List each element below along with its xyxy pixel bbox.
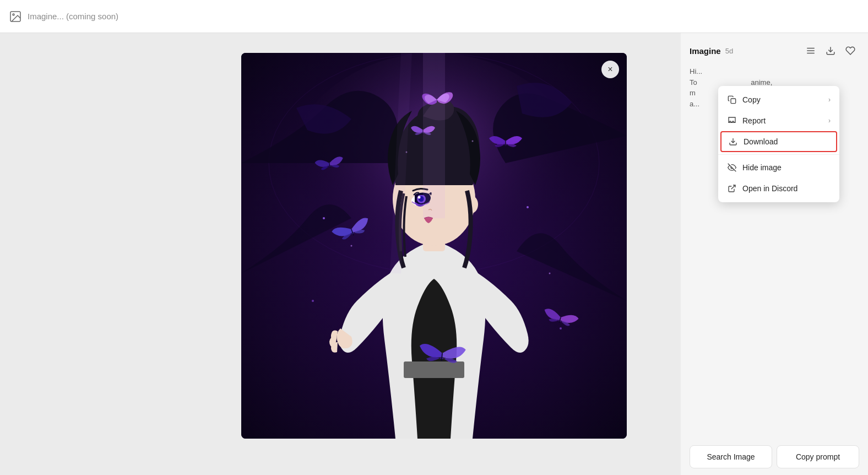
menu-hide-label: Hide image — [742, 163, 782, 172]
menu-item-copy[interactable]: Copy › — [718, 89, 839, 110]
download-icon — [826, 46, 836, 56]
copy-prompt-button[interactable]: Copy prompt — [777, 445, 859, 468]
description-text-2: To anime, — [690, 78, 772, 87]
svg-point-20 — [527, 206, 529, 208]
menu-discord-label: Open in Discord — [742, 184, 798, 193]
discord-icon — [727, 183, 737, 193]
download-button[interactable] — [822, 42, 839, 60]
image-container: × — [241, 53, 627, 439]
search-image-button[interactable]: Search Image — [690, 445, 772, 468]
menu-item-report[interactable]: Report › — [718, 110, 839, 131]
panel-actions — [802, 42, 859, 60]
svg-point-24 — [472, 141, 474, 142]
image-icon — [9, 10, 22, 23]
top-bar-title: Imagine... (coming soon) — [28, 12, 118, 21]
menu-item-download[interactable]: Download — [720, 131, 837, 152]
top-bar: Imagine... (coming soon) — [0, 0, 868, 33]
svg-point-19 — [312, 300, 314, 302]
menu-item-hide[interactable]: Hide image — [718, 157, 839, 178]
panel-time: 5d — [725, 47, 733, 55]
download-menu-icon — [728, 137, 738, 147]
description-text-1: Hi... — [690, 67, 702, 75]
menu-item-discord[interactable]: Open in Discord — [718, 178, 839, 199]
menu-icon — [806, 46, 816, 56]
panel-title: Imagine — [690, 46, 721, 56]
close-icon: × — [607, 64, 612, 74]
svg-point-22 — [560, 327, 562, 330]
menu-copy-label: Copy — [742, 95, 761, 104]
hide-icon — [727, 163, 737, 172]
svg-point-21 — [549, 273, 551, 274]
main-image: × — [241, 53, 627, 439]
menu-report-label: Report — [742, 116, 766, 125]
svg-rect-37 — [731, 99, 736, 104]
menu-button[interactable] — [802, 42, 820, 60]
bottom-buttons: Search Image Copy prompt — [681, 439, 868, 475]
chevron-icon: › — [828, 96, 831, 104]
svg-point-17 — [323, 217, 325, 219]
report-icon — [727, 116, 737, 126]
heart-button[interactable] — [842, 42, 859, 60]
menu-divider — [718, 154, 839, 155]
svg-point-18 — [351, 245, 352, 247]
panel-header: Imagine 5d — [690, 42, 859, 60]
svg-line-40 — [731, 185, 735, 189]
copy-icon — [727, 95, 737, 105]
chevron-icon-2: › — [828, 117, 831, 125]
svg-line-29 — [442, 353, 442, 361]
svg-point-15 — [418, 196, 421, 199]
menu-download-label: Download — [744, 137, 778, 146]
svg-rect-5 — [404, 361, 464, 378]
context-menu: Copy › Report › Download — [718, 86, 839, 202]
svg-point-1 — [13, 14, 14, 15]
close-button[interactable]: × — [601, 61, 619, 78]
heart-icon — [845, 46, 855, 56]
right-panel: Imagine 5d — [681, 33, 868, 475]
